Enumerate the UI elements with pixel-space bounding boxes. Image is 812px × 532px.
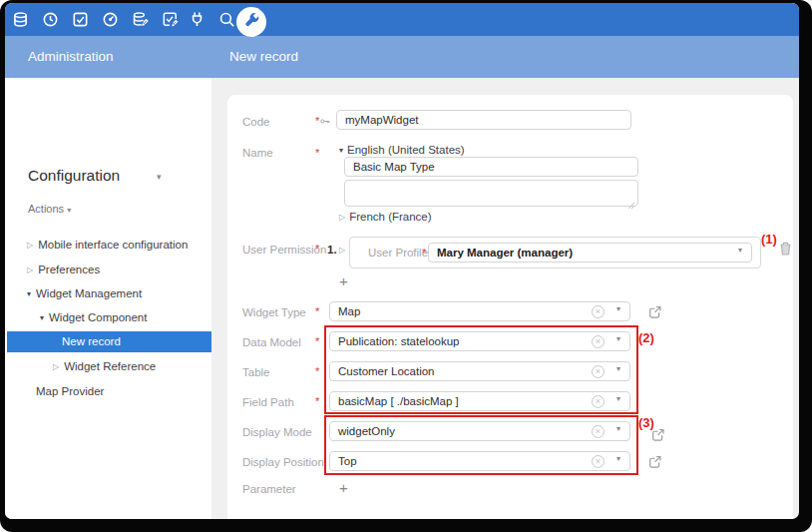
user-profile-required-marker: * [422, 247, 426, 259]
chevron-down-icon[interactable]: ▾ [616, 424, 620, 433]
widget-type-required-marker: * [315, 305, 319, 317]
clear-icon[interactable]: × [592, 365, 605, 378]
name-english-input[interactable] [344, 157, 638, 177]
add-user-permission-button[interactable]: + [339, 275, 348, 287]
user-profile-select[interactable]: Mary Manager (manager) ▾ [428, 243, 752, 263]
sidebar-item-mobile-interface-configuration[interactable]: ▷Mobile interface configuration [27, 239, 188, 251]
section-title: Administration [28, 36, 114, 78]
add-parameter-button[interactable]: + [339, 482, 348, 494]
field-path-required-marker: * [315, 395, 319, 407]
field-path-label: Field Path [242, 396, 314, 408]
gauge-icon[interactable] [102, 11, 119, 28]
annotation-1: (1) [761, 232, 777, 247]
page-title: New record [229, 36, 298, 78]
actions-menu[interactable]: Actions ▾ [28, 203, 71, 215]
textarea-resize-handle[interactable] [626, 196, 635, 214]
user-permission-index: 1. [327, 244, 337, 256]
collapsed-caret-icon[interactable]: ▷ [53, 362, 59, 371]
display-mode-select[interactable]: widgetOnly × ▾ [329, 421, 630, 441]
sidebar-item-widget-component[interactable]: ▾Widget Component [40, 311, 147, 323]
screenshot-frame: Administration New record Configuration … [0, 0, 812, 532]
top-toolbar [5, 3, 799, 36]
data-model-select[interactable]: Publication: statelookup × ▾ [329, 331, 630, 351]
user-permission-required-marker: * [315, 243, 319, 255]
collapsed-caret-icon[interactable]: ▷ [339, 246, 345, 255]
name-english-textarea[interactable] [344, 180, 638, 207]
sidebar-item-widget-management[interactable]: ▾Widget Management [27, 287, 142, 299]
clear-icon[interactable]: × [592, 395, 605, 408]
clock-icon[interactable] [42, 11, 59, 28]
data-model-label: Data Model [242, 336, 314, 348]
task-edit-icon[interactable] [162, 11, 179, 28]
administration-tool-button[interactable] [236, 7, 266, 37]
clear-icon[interactable]: × [592, 425, 605, 438]
user-permission-label: User Permission [242, 244, 316, 256]
clear-icon[interactable]: × [592, 455, 605, 468]
expanded-caret-icon[interactable]: ▾ [339, 146, 343, 155]
chevron-down-icon: ▾ [67, 206, 71, 215]
sidebar-item-preferences[interactable]: ▷Preferences [27, 264, 100, 275]
code-label: Code [242, 116, 314, 128]
app-window: Administration New record Configuration … [5, 3, 799, 519]
widget-type-label: Widget Type [242, 306, 314, 318]
widget-type-select[interactable]: Map × ▾ [329, 301, 630, 321]
database-icon[interactable] [12, 11, 29, 28]
sidebar: Configuration ▾ Actions ▾ ▷Mobile interf… [5, 78, 211, 519]
user-permission-item: User Profile * Mary Manager (manager) ▾ [349, 237, 761, 268]
expanded-caret-icon[interactable]: ▾ [27, 289, 31, 298]
field-path-select[interactable]: basicMap [ ./basicMap ] × ▾ [329, 391, 630, 411]
chevron-down-icon[interactable]: ▾ [738, 246, 742, 255]
collapsed-caret-icon[interactable]: ▷ [27, 241, 33, 250]
sidebar-title-dropdown-icon[interactable]: ▾ [157, 172, 162, 182]
collapsed-caret-icon[interactable]: ▷ [27, 266, 33, 274]
sidebar-title: Configuration [28, 167, 120, 185]
expanded-caret-icon[interactable]: ▾ [40, 313, 44, 322]
sidebar-item-widget-reference[interactable]: ▷Widget Reference [53, 360, 156, 372]
chevron-down-icon[interactable]: ▾ [616, 364, 620, 373]
user-profile-label: User Profile [368, 247, 428, 259]
name-required-marker: * [315, 147, 319, 159]
table-label: Table [242, 366, 314, 378]
primary-key-icon [320, 118, 330, 125]
clear-icon[interactable]: × [592, 335, 605, 348]
open-display-position-link[interactable] [648, 454, 661, 467]
locale-group-english[interactable]: ▾English (United States) [339, 144, 465, 156]
wrench-icon [243, 12, 260, 33]
display-mode-label: Display Mode [242, 426, 314, 438]
open-widget-type-link[interactable] [648, 304, 661, 317]
code-required-marker: * [315, 115, 330, 127]
page-header: Administration New record [5, 36, 799, 78]
sidebar-item-new-record-selected[interactable]: New record [7, 331, 211, 352]
chevron-down-icon[interactable]: ▾ [616, 334, 620, 343]
table-select[interactable]: Customer Location × ▾ [329, 361, 630, 381]
table-required-marker: * [315, 365, 319, 377]
user-profile-value: Mary Manager (manager) [437, 244, 573, 262]
display-position-label: Display Position [242, 456, 314, 468]
database-edit-icon[interactable] [132, 11, 149, 28]
search-icon[interactable] [218, 11, 235, 28]
data-model-required-marker: * [315, 335, 319, 347]
parameter-label: Parameter [242, 483, 314, 495]
display-position-select[interactable]: Top × ▾ [329, 451, 630, 471]
chevron-down-icon[interactable]: ▾ [616, 304, 620, 313]
delete-permission-button[interactable] [779, 242, 792, 256]
annotation-3: (3) [638, 415, 654, 430]
chevron-down-icon[interactable]: ▾ [616, 454, 620, 463]
code-input[interactable] [336, 110, 631, 130]
plug-icon[interactable] [189, 11, 205, 28]
chevron-down-icon[interactable]: ▾ [616, 394, 620, 403]
annotation-2: (2) [638, 330, 654, 345]
task-check-icon[interactable] [72, 11, 89, 28]
clear-icon[interactable]: × [592, 305, 605, 318]
sidebar-item-map-provider[interactable]: Map Provider [36, 385, 104, 397]
collapsed-caret-icon[interactable]: ▷ [339, 213, 345, 222]
locale-group-french[interactable]: ▷French (France) [339, 211, 432, 223]
record-form: Code * Name * ▾English (United States) ▷… [227, 95, 793, 519]
name-label: Name [242, 147, 314, 159]
